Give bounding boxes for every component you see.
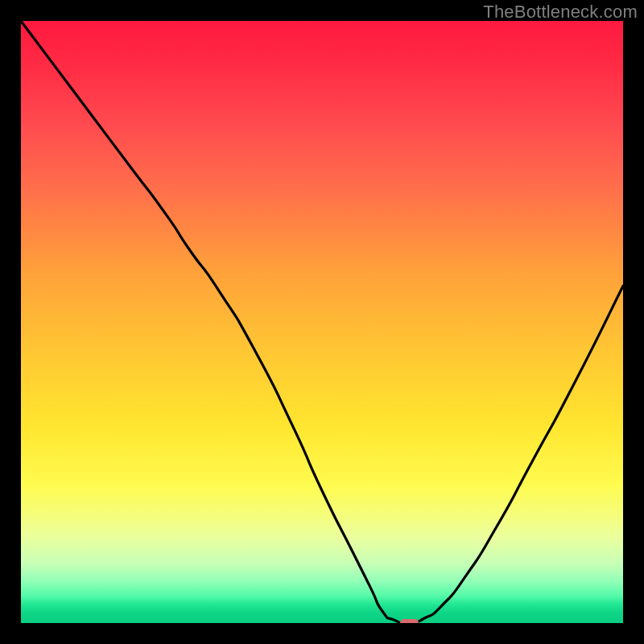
bottleneck-marker-icon [400,619,418,623]
plot-area [21,21,623,623]
watermark-text: TheBottleneck.com [483,2,638,23]
chart-frame: TheBottleneck.com [0,0,644,644]
bottleneck-curve [21,21,623,623]
